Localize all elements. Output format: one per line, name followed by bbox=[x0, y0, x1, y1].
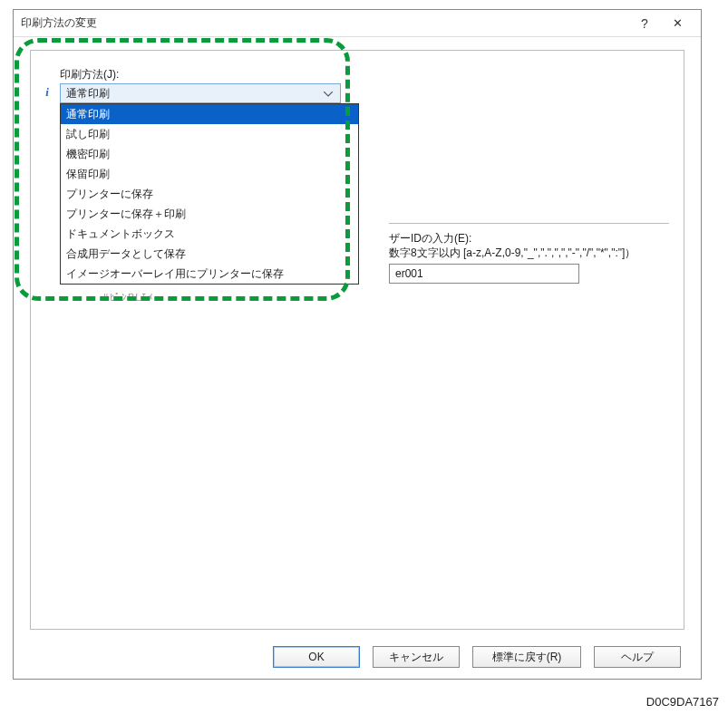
cancel-button[interactable]: キャンセル bbox=[373, 646, 460, 668]
help-button[interactable]: ? bbox=[628, 12, 661, 35]
button-bar: OK キャンセル 標準に戻す(R) ヘルプ bbox=[14, 646, 701, 668]
image-id-label: D0C9DA7167 bbox=[646, 695, 719, 709]
userid-section: ザーIDの入力(E): 数字8文字以内 [a-z,A-Z,0-9,"_","."… bbox=[389, 223, 669, 284]
dropdown-option[interactable]: 試し印刷 bbox=[61, 124, 358, 144]
dropdown-option[interactable]: 保留印刷 bbox=[61, 164, 358, 184]
dialog-window: 印刷方法の変更 ? ✕ 印刷方法(J): i 通常印刷 通常印刷 試し印刷 機密… bbox=[13, 9, 702, 680]
userid-input[interactable]: er001 bbox=[389, 264, 579, 284]
inner-panel: 印刷方法(J): i 通常印刷 通常印刷 試し印刷 機密印刷 保留印刷 プリンタ… bbox=[30, 50, 684, 630]
help-button-bottom[interactable]: ヘルプ bbox=[594, 646, 681, 668]
print-method-dropdown[interactable]: 通常印刷 試し印刷 機密印刷 保留印刷 プリンターに保存 プリンターに保存＋印刷… bbox=[60, 103, 359, 285]
obscured-text: ﾘﾋﾟﾝBLﾓﾒ bbox=[103, 292, 154, 303]
dropdown-option[interactable]: 機密印刷 bbox=[61, 144, 358, 164]
userid-value: er001 bbox=[395, 267, 423, 280]
dropdown-option[interactable]: 通常印刷 bbox=[61, 104, 358, 124]
section-divider bbox=[389, 223, 669, 224]
dropdown-option[interactable]: イメージオーバーレイ用にプリンターに保存 bbox=[61, 264, 358, 284]
info-icon: i bbox=[40, 85, 54, 100]
print-method-label: 印刷方法(J): bbox=[60, 67, 119, 82]
dropdown-option[interactable]: プリンターに保存＋印刷 bbox=[61, 204, 358, 224]
chevron-down-icon bbox=[322, 89, 335, 99]
titlebar: 印刷方法の変更 ? ✕ bbox=[14, 10, 701, 37]
close-button[interactable]: ✕ bbox=[661, 12, 694, 35]
dialog-title: 印刷方法の変更 bbox=[21, 15, 628, 31]
dialog-content: 印刷方法(J): i 通常印刷 通常印刷 試し印刷 機密印刷 保留印刷 プリンタ… bbox=[14, 37, 701, 679]
ok-button[interactable]: OK bbox=[273, 646, 360, 668]
reset-defaults-button[interactable]: 標準に戻す(R) bbox=[472, 646, 581, 668]
dropdown-option[interactable]: プリンターに保存 bbox=[61, 184, 358, 204]
dropdown-option[interactable]: 合成用データとして保存 bbox=[61, 244, 358, 264]
userid-label: ザーIDの入力(E): bbox=[389, 231, 669, 246]
userid-hint: 数字8文字以内 [a-z,A-Z,0-9,"_",".",",","-","/"… bbox=[389, 246, 669, 260]
dropdown-option[interactable]: ドキュメントボックス bbox=[61, 224, 358, 244]
print-method-selected: 通常印刷 bbox=[66, 86, 322, 101]
print-method-combo[interactable]: 通常印刷 bbox=[60, 83, 341, 103]
